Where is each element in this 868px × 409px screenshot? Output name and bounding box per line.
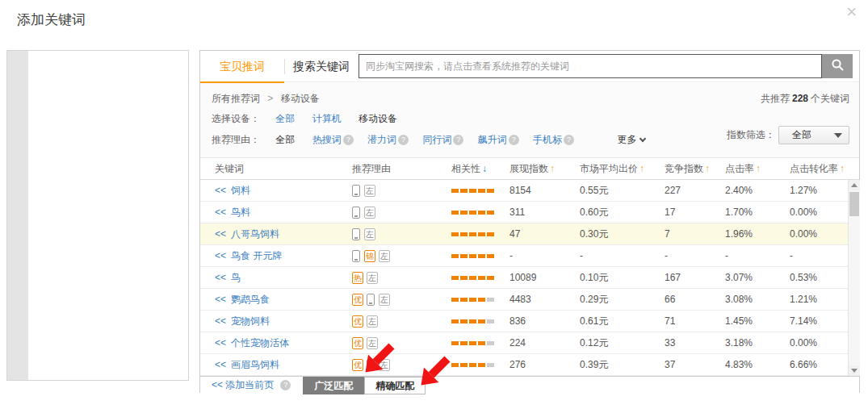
relevance-segment xyxy=(451,298,459,302)
scrollbar-thumb[interactable] xyxy=(849,192,859,216)
device-option-all[interactable]: 全部 xyxy=(275,113,295,124)
ctr-value: - xyxy=(725,245,728,267)
sort-asc-icon[interactable]: ↑ xyxy=(639,163,644,174)
sort-desc-icon[interactable]: ↓ xyxy=(482,163,487,174)
keyword-cell: <<八哥鸟饲料 xyxy=(215,223,279,245)
col-relevance[interactable]: 相关性↓ xyxy=(451,158,487,180)
more-button[interactable]: 更多 xyxy=(617,134,645,145)
relevance-segment xyxy=(478,298,485,302)
reason-option-mobile-tag[interactable]: 手机标? xyxy=(533,134,574,145)
reason-option-label[interactable]: 潜力词 xyxy=(367,134,396,145)
keyword-cell: <<鸟食 开元牌 xyxy=(215,245,282,267)
sort-asc-icon[interactable]: ↑ xyxy=(840,163,845,174)
table-row[interactable]: <<宠物饲料 优左 836 0.61元 71 1.45% 7.14% xyxy=(200,311,848,332)
col-competition[interactable]: 竞争指数↑ xyxy=(665,158,710,180)
relevance-segment xyxy=(469,341,476,345)
table-row[interactable]: <<个性宠物活体 优左 224 0.12元 33 3.18% 0.00% xyxy=(200,332,848,354)
breadcrumb-parent[interactable]: 所有推荐词 xyxy=(212,93,260,104)
reason-option-label[interactable]: 手机标 xyxy=(533,134,562,145)
table-row[interactable]: <<鸟 热左 10089 0.10元 167 3.07% 0.53% xyxy=(200,267,848,289)
relevance-bar xyxy=(451,363,494,367)
table-row[interactable]: <<画眉鸟饲料 优左 276 0.39元 37 4.83% 6.66% xyxy=(200,354,848,376)
col-cvr[interactable]: 点击转化率↑ xyxy=(790,158,845,180)
scroll-down-button[interactable] xyxy=(849,365,860,376)
sort-asc-icon[interactable]: ↑ xyxy=(550,163,555,174)
device-option-pc[interactable]: 计算机 xyxy=(312,113,342,124)
impressions-value: 276 xyxy=(509,354,526,376)
reason-option-label[interactable]: 飙升词 xyxy=(478,134,507,145)
table-row[interactable]: <<八哥鸟饲料 左 47 0.30元 7 1.96% 0.00% xyxy=(200,223,848,245)
reason-option-peer[interactable]: 同行词? xyxy=(422,134,463,145)
close-icon[interactable]: × xyxy=(846,3,857,21)
exact-match-button[interactable]: 精确匹配 xyxy=(364,377,426,394)
reason-option-all[interactable]: 全部 xyxy=(275,134,295,145)
keyword-add-link[interactable]: <<鸟料 xyxy=(215,207,250,218)
relevance-segment xyxy=(451,254,459,258)
help-icon[interactable]: ? xyxy=(343,135,354,145)
tab-search-keywords[interactable]: 搜索关键词 xyxy=(285,51,358,81)
col-keyword[interactable]: 关键词 xyxy=(215,158,244,180)
add-current-page-link[interactable]: << 添加当前页 xyxy=(212,378,274,392)
relevance-segment xyxy=(487,254,494,258)
relevance-segment xyxy=(478,232,485,236)
keyword-cell: <<饲料 xyxy=(215,180,250,202)
cvr-value: 0.53% xyxy=(790,267,817,289)
relevance-bar xyxy=(451,232,494,236)
col-avg-price[interactable]: 市场平均出价↑ xyxy=(580,158,644,180)
keyword-add-link[interactable]: <<鹦鹉鸟食 xyxy=(215,294,270,305)
reason-option-surge[interactable]: 飙升词? xyxy=(478,134,519,145)
table-row[interactable]: <<鹦鹉鸟食 优左 4483 0.29元 66 3.08% 1.21% xyxy=(200,289,848,311)
keyword-add-link[interactable]: <<鸟 xyxy=(215,272,241,283)
reason-option-label[interactable]: 热搜词 xyxy=(312,134,342,145)
table-header: 关键词 推荐理由 相关性↓ 展现指数↑ 市场平均出价↑ 竞争指数↑ 点击率↑ 点… xyxy=(200,158,859,180)
reason-option-potential[interactable]: 潜力词? xyxy=(367,134,409,145)
vertical-scrollbar[interactable] xyxy=(848,180,860,376)
device-option-mobile[interactable]: 移动设备 xyxy=(359,113,397,124)
help-icon[interactable]: ? xyxy=(398,135,409,145)
sort-asc-icon[interactable]: ↑ xyxy=(705,163,710,174)
index-filter-dropdown[interactable]: 全部 xyxy=(778,126,849,144)
search-input[interactable] xyxy=(359,54,822,78)
relevance-cell xyxy=(451,267,494,289)
col-ctr[interactable]: 点击率↑ xyxy=(725,158,761,180)
keyword-add-link[interactable]: <<画眉鸟饲料 xyxy=(215,359,279,370)
help-icon[interactable]: ? xyxy=(509,135,519,145)
table-row[interactable]: <<鸟食 开元牌 锦左 - - - - - xyxy=(200,245,848,267)
reason-badges: 热左 xyxy=(352,267,381,289)
col-reason[interactable]: 推荐理由 xyxy=(352,158,391,180)
cvr-value: 7.14% xyxy=(790,311,817,332)
keyword-add-link[interactable]: <<八哥鸟饲料 xyxy=(215,228,279,240)
reason-option-hot[interactable]: 热搜词? xyxy=(312,134,354,145)
col-impressions[interactable]: 展现指数↑ xyxy=(509,158,555,180)
keyword-add-link[interactable]: <<鸟食 开元牌 xyxy=(215,250,282,261)
reason-badge: 左 xyxy=(379,294,390,306)
relevance-segment xyxy=(487,211,494,215)
keyword-recommend-panel: 宝贝推词 搜索关键词 所有推荐词 > 移动设备 共推荐228个关键词 选择设备： xyxy=(199,50,860,393)
cvr-value: 0.00% xyxy=(790,223,817,245)
keyword-add-link[interactable]: <<个性宠物活体 xyxy=(215,337,289,348)
search-button[interactable] xyxy=(822,54,853,78)
tab-item-recommend[interactable]: 宝贝推词 xyxy=(200,51,284,81)
cvr-value: 0.00% xyxy=(790,332,817,354)
keyword-label: 八哥鸟饲料 xyxy=(231,228,279,240)
relevance-segment xyxy=(478,363,485,367)
help-icon[interactable]: ? xyxy=(453,135,463,145)
scroll-up-button[interactable] xyxy=(849,180,860,190)
keyword-add-link[interactable]: <<宠物饲料 xyxy=(215,315,270,327)
broad-match-button[interactable]: 广泛匹配 xyxy=(303,377,364,394)
keyword-add-link[interactable]: <<饲料 xyxy=(215,185,250,196)
help-icon[interactable]: ? xyxy=(564,135,574,145)
reason-badge: 左 xyxy=(379,359,390,371)
sort-asc-icon[interactable]: ↑ xyxy=(756,163,761,174)
avg-price-value: 0.60元 xyxy=(580,202,608,223)
competition-value: 167 xyxy=(665,267,681,289)
table-row[interactable]: <<饲料 左 8154 0.55元 227 2.40% 1.27% xyxy=(200,180,848,202)
reason-option-label[interactable]: 同行词 xyxy=(422,134,451,145)
reason-badge: 优 xyxy=(352,315,363,328)
avg-price-value: 0.10元 xyxy=(580,267,608,289)
breadcrumb-separator: > xyxy=(267,93,273,104)
help-icon[interactable]: ? xyxy=(280,380,291,390)
table-row[interactable]: <<鸟料 左 311 0.60元 17 1.70% 0.00% xyxy=(200,202,848,223)
ctr-value: 1.45% xyxy=(725,311,753,332)
cvr-value: 6.66% xyxy=(790,354,817,376)
